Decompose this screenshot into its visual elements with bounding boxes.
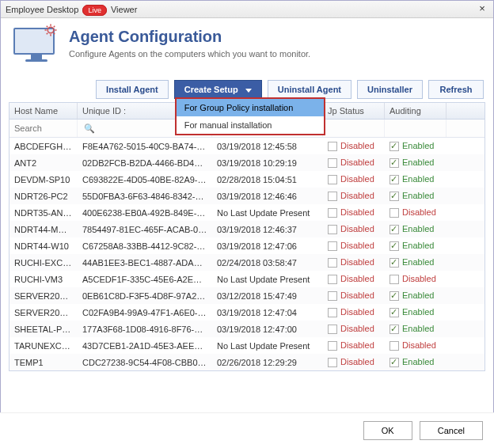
cell-host: NDRT26-PC2 <box>10 192 78 201</box>
col-status[interactable]: Jp Status <box>323 103 385 119</box>
checkbox-icon[interactable] <box>390 291 399 301</box>
install-agent-button[interactable]: Install Agent <box>96 80 169 99</box>
checkbox-icon[interactable] <box>328 208 337 218</box>
cell-time: 03/19/2018 12:46:46 <box>212 192 323 201</box>
cell-host: SHEETAL-PC2 <box>10 325 78 334</box>
table-row[interactable]: SHEETAL-PC2177A3F68-1D08-4916-8F76-31F7F… <box>10 321 484 337</box>
cell-uid: 02DB2FCB-B2DA-4466-BD4A-4CF586... <box>78 158 212 168</box>
page-subtitle: Configure Agents on the computers which … <box>69 49 310 59</box>
cell-uid: 177A3F68-1D08-4916-8F76-31F7FEBA... <box>78 325 212 334</box>
uninstaller-button[interactable]: Uninstaller <box>357 80 423 99</box>
checkbox-icon[interactable] <box>328 142 337 151</box>
col-hostname[interactable]: Host Name <box>10 103 78 119</box>
checkbox-icon[interactable] <box>328 258 337 268</box>
app-name: Employee Desktop <box>6 5 78 14</box>
search-icon[interactable]: 🔍 <box>84 123 95 134</box>
cell-auditing: Enabled <box>385 241 446 251</box>
cell-uid: 44AB1EE3-BEC1-4887-ADAC-A39177... <box>78 258 212 268</box>
create-setup-button[interactable]: Create Setup For Group Policy installati… <box>174 80 262 99</box>
checkbox-icon[interactable] <box>328 275 337 284</box>
checkbox-icon[interactable] <box>328 308 337 317</box>
refresh-button[interactable]: Refresh <box>428 80 484 99</box>
cell-auditing: Enabled <box>385 141 446 151</box>
table-row[interactable]: DEVDM-SP10C693822E-4D05-40BE-82A9-DDFF37… <box>10 171 484 188</box>
cell-host: TARUNEXCH16 <box>10 341 78 351</box>
table-row[interactable]: SERVER2016-R2C02FA9B4-99A9-47F1-A6E0-EC9… <box>10 304 484 321</box>
checkbox-icon[interactable] <box>328 358 337 367</box>
uninstall-agent-button[interactable]: Uninstall Agent <box>268 80 352 99</box>
cancel-button[interactable]: Cancel <box>420 421 483 440</box>
create-setup-label: Create Setup <box>184 85 238 94</box>
checkbox-icon[interactable] <box>390 275 399 284</box>
col-auditing[interactable]: Auditing <box>385 103 446 119</box>
checkbox-icon[interactable] <box>328 192 337 201</box>
cell-status: Disabled <box>323 191 385 201</box>
cell-uid: 7854497-81EC-465F-ACAB-08309805... <box>78 225 212 234</box>
cell-host: SERVER2016-R2 <box>10 308 78 317</box>
checkbox-icon[interactable] <box>390 208 399 218</box>
search-input[interactable] <box>14 123 72 133</box>
table-row[interactable]: TEMP1CDC27238-9C54-4F08-CBB0-763ED18...0… <box>10 354 484 370</box>
checkbox-icon[interactable] <box>390 358 399 367</box>
cell-auditing: Enabled <box>385 324 446 334</box>
cell-uid: C693822E-4D05-40BE-82A9-DDFF3731... <box>78 175 212 184</box>
checkbox-icon[interactable] <box>390 308 399 317</box>
checkbox-icon[interactable] <box>390 341 399 351</box>
table-row[interactable]: NDRT44-MDW77854497-81EC-465F-ACAB-083098… <box>10 221 484 237</box>
table-row[interactable]: RUCHI-EXCH1644AB1EE3-BEC1-4887-ADAC-A391… <box>10 254 484 271</box>
cell-status: Disabled <box>323 174 385 184</box>
cell-status: Disabled <box>323 158 385 168</box>
dropdown-manual-install[interactable]: For manual installation <box>177 116 324 134</box>
cell-uid: C02FA9B4-99A9-47F1-A6E0-EC985DA... <box>78 308 212 317</box>
checkbox-icon[interactable] <box>390 158 399 168</box>
gear-icon <box>44 23 58 37</box>
cell-status: Disabled <box>323 224 385 234</box>
checkbox-icon[interactable] <box>390 241 399 251</box>
table-row[interactable]: ANT202DB2FCB-B2DA-4466-BD4A-4CF586...03/… <box>10 154 484 171</box>
cell-auditing: Enabled <box>385 224 446 234</box>
checkbox-icon[interactable] <box>390 325 399 334</box>
table-row[interactable]: WINDOWS7-PCD07D2766-C533-4A3D-8295-09172… <box>10 370 484 371</box>
cell-auditing: Enabled <box>385 158 446 168</box>
table-row[interactable]: SERVER2016-R20EB61C8D-F3F5-4D8F-97A2-9A3… <box>10 287 484 304</box>
cell-uid: F8E4A762-5015-40C9-BA74-3287B597... <box>78 142 212 151</box>
table-row[interactable]: ABCDEFGHIJKF8E4A762-5015-40C9-BA74-3287B… <box>10 138 484 154</box>
page-header: Agent Configuration Configure Agents on … <box>1 18 493 75</box>
dropdown-group-policy[interactable]: For Group Policy installation <box>177 99 324 116</box>
table-row[interactable]: RUCHI-VM3A5CEDF1F-335C-45E6-A2EB-76127E3… <box>10 271 484 287</box>
checkbox-icon[interactable] <box>390 175 399 184</box>
agents-grid: Host Name Unique ID : Jp Status Auditing… <box>9 102 485 371</box>
cell-status: Disabled <box>323 290 385 301</box>
checkbox-icon[interactable] <box>328 175 337 184</box>
cell-host: NDRT44-MDW7 <box>10 225 78 234</box>
cell-uid: CDC27238-9C54-4F08-CBB0-763ED18... <box>78 358 212 367</box>
monitor-icon <box>13 28 59 67</box>
cell-status: Disabled <box>323 241 385 251</box>
checkbox-icon[interactable] <box>328 341 337 351</box>
checkbox-icon[interactable] <box>328 225 337 234</box>
checkbox-icon[interactable] <box>328 241 337 251</box>
checkbox-icon[interactable] <box>390 192 399 201</box>
checkbox-icon[interactable] <box>390 258 399 268</box>
table-row[interactable]: NDRT35-ANANT400E6238-EB0A-492B-849E-4511… <box>10 204 484 221</box>
checkbox-icon[interactable] <box>390 142 399 151</box>
cell-status: Disabled <box>323 257 385 268</box>
cell-uid: 0EB61C8D-F3F5-4D8F-97A2-9A3838C... <box>78 291 212 301</box>
cell-time: 03/12/2018 15:47:49 <box>212 291 323 301</box>
checkbox-icon[interactable] <box>328 291 337 301</box>
grid-body: ABCDEFGHIJKF8E4A762-5015-40C9-BA74-3287B… <box>10 138 484 371</box>
checkbox-icon[interactable] <box>328 158 337 168</box>
cell-time: 02/28/2018 15:04:51 <box>212 175 323 184</box>
table-row[interactable]: NDRT44-W10C67258A8-33BB-4412-9C82-8C8193… <box>10 237 484 254</box>
live-badge: Live <box>82 5 107 16</box>
close-icon[interactable]: × <box>476 3 488 16</box>
checkbox-icon[interactable] <box>390 225 399 234</box>
table-row[interactable]: TARUNEXCH1643D7CEB1-2A1D-45E3-AEE6-2D65B… <box>10 337 484 354</box>
cell-status: Disabled <box>323 324 385 334</box>
cell-auditing: Enabled <box>385 174 446 184</box>
checkbox-icon[interactable] <box>328 325 337 334</box>
cell-host: ANT2 <box>10 158 78 168</box>
cell-time: 03/19/2018 10:29:19 <box>212 158 323 168</box>
table-row[interactable]: NDRT26-PC255D0FBA3-6F63-4846-8342-16B40C… <box>10 188 484 204</box>
ok-button[interactable]: OK <box>363 421 412 440</box>
